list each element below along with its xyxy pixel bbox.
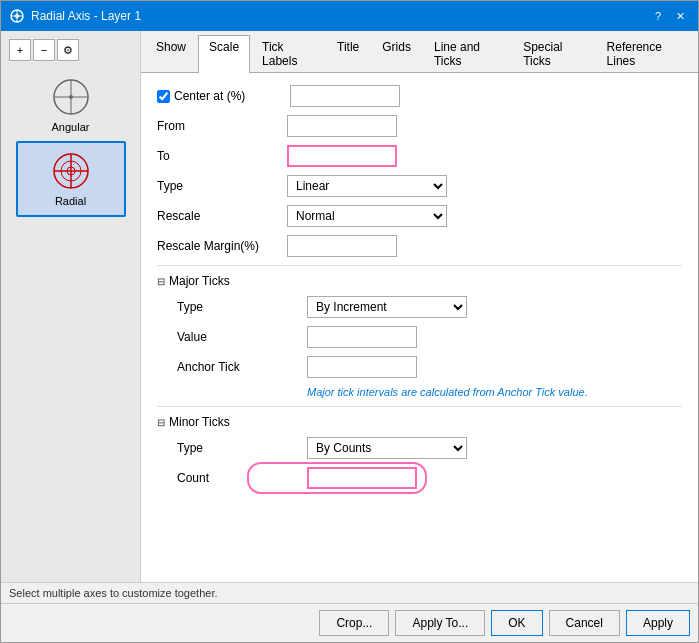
minor-ticks-content: Type By Counts By Increment Count 1: [157, 437, 682, 489]
divider-1: [157, 265, 682, 266]
sidebar: + − ⚙ Angular: [1, 31, 141, 582]
bottom-buttons: Crop... Apply To... OK Cancel Apply: [1, 603, 698, 642]
center-at-label: Center at (%): [174, 89, 290, 103]
minor-type-label: Type: [177, 441, 307, 455]
major-type-select[interactable]: By Increment By Major Count: [307, 296, 467, 318]
major-value-input[interactable]: 1: [307, 326, 417, 348]
main-window: Radial Axis - Layer 1 ? ✕ + − ⚙: [0, 0, 699, 643]
rescale-margin-input[interactable]: 8: [287, 235, 397, 257]
major-value-row: Value 1: [177, 326, 682, 348]
add-axis-button[interactable]: +: [9, 39, 31, 61]
tab-show[interactable]: Show: [145, 35, 197, 72]
count-input[interactable]: 1: [307, 467, 417, 489]
status-bar: Select multiple axes to customize togeth…: [1, 582, 698, 603]
major-type-row: Type By Increment By Major Count: [177, 296, 682, 318]
to-row: To 5.01: [157, 145, 682, 167]
rescale-label: Rescale: [157, 209, 287, 223]
rescale-row: Rescale Normal Auto Fixed: [157, 205, 682, 227]
center-at-input[interactable]: 0: [290, 85, 400, 107]
from-row: From 0: [157, 115, 682, 137]
type-select[interactable]: Linear Log10 Ln: [287, 175, 447, 197]
radial-label: Radial: [55, 195, 86, 207]
count-label: Count: [177, 471, 307, 485]
center-at-row: Center at (%) 0: [157, 85, 682, 107]
to-input[interactable]: 5.01: [287, 145, 397, 167]
type-label: Type: [157, 179, 287, 193]
close-button[interactable]: ✕: [670, 7, 690, 25]
crop-button[interactable]: Crop...: [319, 610, 389, 636]
window-title: Radial Axis - Layer 1: [31, 9, 141, 23]
count-input-wrapper: 1: [307, 467, 417, 489]
minor-type-row: Type By Counts By Increment: [177, 437, 682, 459]
divider-2: [157, 406, 682, 407]
anchor-tick-input[interactable]: [307, 356, 417, 378]
scale-panel: Center at (%) 0 From 0 To 5.01 T: [141, 73, 698, 582]
cancel-button[interactable]: Cancel: [549, 610, 620, 636]
tab-reference-lines[interactable]: Reference Lines: [596, 35, 693, 72]
sidebar-item-angular[interactable]: Angular: [16, 69, 126, 141]
radial-icon: [51, 151, 91, 191]
ok-button[interactable]: OK: [491, 610, 542, 636]
angular-icon: [51, 77, 91, 117]
apply-to-button[interactable]: Apply To...: [395, 610, 485, 636]
minor-type-select[interactable]: By Counts By Increment: [307, 437, 467, 459]
center-at-checkbox[interactable]: [157, 90, 170, 103]
rescale-select[interactable]: Normal Auto Fixed: [287, 205, 447, 227]
rescale-margin-label: Rescale Margin(%): [157, 239, 287, 253]
window-icon: [9, 8, 25, 24]
settings-button[interactable]: ⚙: [57, 39, 79, 61]
to-label: To: [157, 149, 287, 163]
major-ticks-collapse[interactable]: ⊟: [157, 276, 165, 287]
minor-ticks-label: Minor Ticks: [169, 415, 230, 429]
apply-button[interactable]: Apply: [626, 610, 690, 636]
sidebar-toolbar: + − ⚙: [5, 39, 79, 61]
sidebar-item-radial[interactable]: Radial: [16, 141, 126, 217]
major-type-label: Type: [177, 300, 307, 314]
anchor-tick-label: Anchor Tick: [177, 360, 307, 374]
tab-grids[interactable]: Grids: [371, 35, 422, 72]
remove-axis-button[interactable]: −: [33, 39, 55, 61]
tab-bar: Show Scale Tick Labels Title Grids Line …: [141, 31, 698, 73]
count-row: Count 1: [177, 467, 682, 489]
anchor-tick-row: Anchor Tick: [177, 356, 682, 378]
rescale-margin-row: Rescale Margin(%) 8: [157, 235, 682, 257]
title-bar-left: Radial Axis - Layer 1: [9, 8, 141, 24]
tab-scale[interactable]: Scale: [198, 35, 250, 73]
minor-ticks-collapse[interactable]: ⊟: [157, 417, 165, 428]
content-area: + − ⚙ Angular: [1, 31, 698, 582]
info-text: Major tick intervals are calculated from…: [307, 386, 682, 398]
from-input[interactable]: 0: [287, 115, 397, 137]
status-text: Select multiple axes to customize togeth…: [9, 587, 218, 599]
minor-ticks-header: ⊟ Minor Ticks: [157, 415, 682, 429]
angular-label: Angular: [52, 121, 90, 133]
type-row: Type Linear Log10 Ln: [157, 175, 682, 197]
title-bar: Radial Axis - Layer 1 ? ✕: [1, 1, 698, 31]
tab-special-ticks[interactable]: Special Ticks: [512, 35, 594, 72]
help-button[interactable]: ?: [648, 7, 668, 25]
from-label: From: [157, 119, 287, 133]
major-ticks-header: ⊟ Major Ticks: [157, 274, 682, 288]
tab-title[interactable]: Title: [326, 35, 370, 72]
main-panel: Show Scale Tick Labels Title Grids Line …: [141, 31, 698, 582]
tab-tick-labels[interactable]: Tick Labels: [251, 35, 325, 72]
major-ticks-content: Type By Increment By Major Count Value 1: [157, 296, 682, 398]
major-ticks-label: Major Ticks: [169, 274, 230, 288]
major-value-label: Value: [177, 330, 307, 344]
title-bar-buttons: ? ✕: [648, 7, 690, 25]
tab-line-and-ticks[interactable]: Line and Ticks: [423, 35, 511, 72]
